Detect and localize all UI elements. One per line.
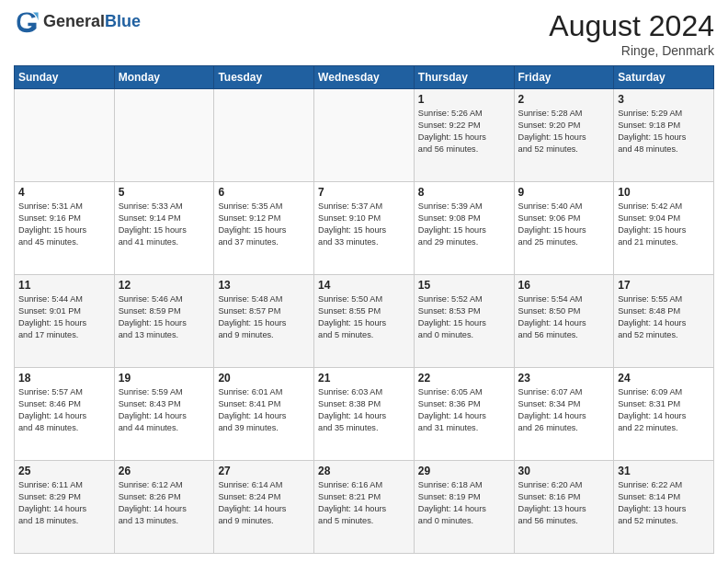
day-info: Sunrise: 6:03 AMSunset: 8:38 PMDaylight:… [318,386,410,434]
logo-text: General Blue [43,13,141,31]
day-number: 12 [119,279,210,292]
logo-blue: Blue [105,13,141,31]
day-info: Sunrise: 5:48 AMSunset: 8:57 PMDaylight:… [218,293,310,341]
day-number: 14 [318,279,410,292]
calendar-cell: 2Sunrise: 5:28 AMSunset: 9:20 PMDaylight… [514,89,614,182]
day-number: 24 [618,372,710,385]
calendar-cell: 31Sunrise: 6:22 AMSunset: 8:14 PMDayligh… [614,461,714,554]
calendar-cell: 8Sunrise: 5:39 AMSunset: 9:08 PMDaylight… [414,182,514,275]
day-number: 8 [418,186,510,199]
calendar-cell: 18Sunrise: 5:57 AMSunset: 8:46 PMDayligh… [15,368,115,461]
logo-general: General [43,13,105,31]
calendar-cell: 26Sunrise: 6:12 AMSunset: 8:26 PMDayligh… [114,461,214,554]
col-sunday: Sunday [15,66,115,89]
page: General Blue August 2024 Ringe, Denmark … [0,0,728,563]
day-number: 11 [18,279,110,292]
day-info: Sunrise: 6:20 AMSunset: 8:16 PMDaylight:… [518,479,610,527]
day-info: Sunrise: 5:37 AMSunset: 9:10 PMDaylight:… [318,201,410,248]
calendar-cell [15,89,115,182]
calendar-cell: 1Sunrise: 5:26 AMSunset: 9:22 PMDaylight… [414,89,514,182]
col-monday: Monday [114,66,214,89]
calendar-cell: 24Sunrise: 6:09 AMSunset: 8:31 PMDayligh… [614,368,714,461]
day-number: 7 [318,186,410,199]
day-info: Sunrise: 6:01 AMSunset: 8:41 PMDaylight:… [218,386,310,434]
day-number: 17 [618,279,710,292]
day-info: Sunrise: 6:05 AMSunset: 8:36 PMDaylight:… [418,386,510,434]
day-info: Sunrise: 5:39 AMSunset: 9:08 PMDaylight:… [418,201,510,248]
calendar-cell: 29Sunrise: 6:18 AMSunset: 8:19 PMDayligh… [414,461,514,554]
day-number: 1 [418,93,510,106]
day-number: 10 [618,186,710,199]
day-number: 6 [218,186,310,199]
calendar-cell: 5Sunrise: 5:33 AMSunset: 9:14 PMDaylight… [114,182,214,275]
day-info: Sunrise: 5:46 AMSunset: 8:59 PMDaylight:… [119,293,210,341]
day-number: 19 [119,372,210,385]
day-number: 23 [518,372,610,385]
calendar-header-row: Sunday Monday Tuesday Wednesday Thursday… [15,66,714,89]
calendar-cell: 10Sunrise: 5:42 AMSunset: 9:04 PMDayligh… [614,182,714,275]
calendar-cell: 19Sunrise: 5:59 AMSunset: 8:43 PMDayligh… [114,368,214,461]
calendar-cell [314,89,415,182]
calendar-cell: 23Sunrise: 6:07 AMSunset: 8:34 PMDayligh… [514,368,614,461]
calendar-cell: 11Sunrise: 5:44 AMSunset: 9:01 PMDayligh… [15,275,115,368]
month-year: August 2024 [549,9,714,43]
day-info: Sunrise: 5:40 AMSunset: 9:06 PMDaylight:… [518,201,610,248]
calendar-cell: 13Sunrise: 5:48 AMSunset: 8:57 PMDayligh… [214,275,314,368]
day-number: 22 [418,372,510,385]
calendar-cell: 16Sunrise: 5:54 AMSunset: 8:50 PMDayligh… [514,275,614,368]
day-info: Sunrise: 5:57 AMSunset: 8:46 PMDaylight:… [18,386,110,434]
col-tuesday: Tuesday [214,66,314,89]
day-info: Sunrise: 6:07 AMSunset: 8:34 PMDaylight:… [518,386,610,434]
day-info: Sunrise: 5:26 AMSunset: 9:22 PMDaylight:… [418,108,510,155]
day-number: 28 [318,465,410,477]
calendar-cell [114,89,214,182]
day-info: Sunrise: 6:16 AMSunset: 8:21 PMDaylight:… [318,479,410,527]
day-number: 16 [518,279,610,292]
calendar-cell: 25Sunrise: 6:11 AMSunset: 8:29 PMDayligh… [15,461,115,554]
day-number: 26 [119,465,210,477]
calendar-cell: 3Sunrise: 5:29 AMSunset: 9:18 PMDaylight… [614,89,714,182]
calendar-cell: 12Sunrise: 5:46 AMSunset: 8:59 PMDayligh… [114,275,214,368]
day-number: 13 [218,279,310,292]
day-info: Sunrise: 5:35 AMSunset: 9:12 PMDaylight:… [218,201,310,248]
calendar-cell: 14Sunrise: 5:50 AMSunset: 8:55 PMDayligh… [314,275,415,368]
day-number: 18 [18,372,110,385]
calendar-cell [214,89,314,182]
calendar-cell: 27Sunrise: 6:14 AMSunset: 8:24 PMDayligh… [214,461,314,554]
logo-icon [14,9,40,35]
day-number: 27 [218,465,310,477]
day-info: Sunrise: 6:09 AMSunset: 8:31 PMDaylight:… [618,386,710,434]
day-info: Sunrise: 5:55 AMSunset: 8:48 PMDaylight:… [618,293,710,341]
calendar-week-5: 25Sunrise: 6:11 AMSunset: 8:29 PMDayligh… [15,461,714,554]
day-info: Sunrise: 6:12 AMSunset: 8:26 PMDaylight:… [119,479,210,527]
calendar-cell: 17Sunrise: 5:55 AMSunset: 8:48 PMDayligh… [614,275,714,368]
calendar-cell: 9Sunrise: 5:40 AMSunset: 9:06 PMDaylight… [514,182,614,275]
title-block: August 2024 Ringe, Denmark [549,9,714,58]
calendar-cell: 22Sunrise: 6:05 AMSunset: 8:36 PMDayligh… [414,368,514,461]
calendar-week-4: 18Sunrise: 5:57 AMSunset: 8:46 PMDayligh… [15,368,714,461]
col-saturday: Saturday [614,66,714,89]
day-number: 30 [518,465,610,477]
day-info: Sunrise: 5:52 AMSunset: 8:53 PMDaylight:… [418,293,510,341]
calendar-cell: 20Sunrise: 6:01 AMSunset: 8:41 PMDayligh… [214,368,314,461]
day-number: 5 [119,186,210,199]
day-info: Sunrise: 6:14 AMSunset: 8:24 PMDaylight:… [218,479,310,527]
col-wednesday: Wednesday [314,66,415,89]
day-number: 20 [218,372,310,385]
calendar-cell: 30Sunrise: 6:20 AMSunset: 8:16 PMDayligh… [514,461,614,554]
day-info: Sunrise: 5:50 AMSunset: 8:55 PMDaylight:… [318,293,410,341]
day-info: Sunrise: 6:22 AMSunset: 8:14 PMDaylight:… [618,479,710,527]
day-info: Sunrise: 5:28 AMSunset: 9:20 PMDaylight:… [518,108,610,155]
day-number: 4 [18,186,110,199]
col-friday: Friday [514,66,614,89]
day-info: Sunrise: 5:44 AMSunset: 9:01 PMDaylight:… [18,293,110,341]
calendar-table: Sunday Monday Tuesday Wednesday Thursday… [14,65,714,554]
day-number: 3 [618,93,710,106]
day-info: Sunrise: 5:31 AMSunset: 9:16 PMDaylight:… [18,201,110,248]
day-info: Sunrise: 6:18 AMSunset: 8:19 PMDaylight:… [418,479,510,527]
day-number: 9 [518,186,610,199]
calendar-cell: 28Sunrise: 6:16 AMSunset: 8:21 PMDayligh… [314,461,415,554]
day-number: 15 [418,279,510,292]
day-info: Sunrise: 5:54 AMSunset: 8:50 PMDaylight:… [518,293,610,341]
day-number: 31 [618,465,710,477]
